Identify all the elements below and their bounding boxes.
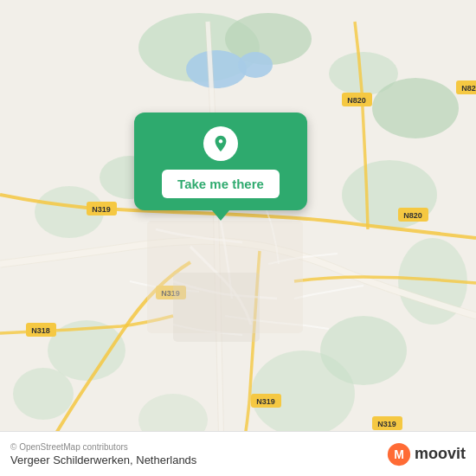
svg-text:N820: N820 bbox=[403, 211, 422, 220]
svg-text:M: M bbox=[394, 447, 404, 461]
bottom-bar: © OpenStreetMap contributors Vergeer Sch… bbox=[0, 431, 476, 476]
moovit-logo-text: moovit bbox=[415, 445, 466, 463]
svg-text:N318: N318 bbox=[31, 326, 50, 335]
svg-text:N820: N820 bbox=[347, 96, 366, 105]
svg-point-4 bbox=[372, 78, 459, 138]
moovit-logo-icon: M bbox=[387, 442, 411, 466]
location-name: Vergeer Schilderwerken, Netherlands bbox=[10, 453, 196, 466]
bottom-bar-left: © OpenStreetMap contributors Vergeer Sch… bbox=[10, 442, 196, 466]
svg-text:N319: N319 bbox=[256, 397, 275, 406]
moovit-logo: M moovit bbox=[387, 442, 466, 466]
copyright-text: © OpenStreetMap contributors bbox=[10, 442, 196, 452]
popup-card: Take me there bbox=[134, 113, 307, 210]
map-container: N319 N319 N319 N319 N820 N820 N820 N318 … bbox=[0, 0, 476, 476]
location-pin-icon bbox=[203, 126, 238, 161]
svg-rect-33 bbox=[173, 273, 260, 342]
svg-text:N319: N319 bbox=[377, 420, 396, 428]
svg-text:N319: N319 bbox=[92, 205, 111, 214]
svg-point-15 bbox=[238, 52, 273, 78]
svg-point-11 bbox=[13, 368, 74, 420]
svg-point-14 bbox=[186, 50, 247, 88]
svg-text:N820: N820 bbox=[461, 84, 476, 93]
map-background: N319 N319 N319 N319 N820 N820 N820 N318 bbox=[0, 0, 476, 476]
take-me-there-button[interactable]: Take me there bbox=[162, 170, 280, 198]
